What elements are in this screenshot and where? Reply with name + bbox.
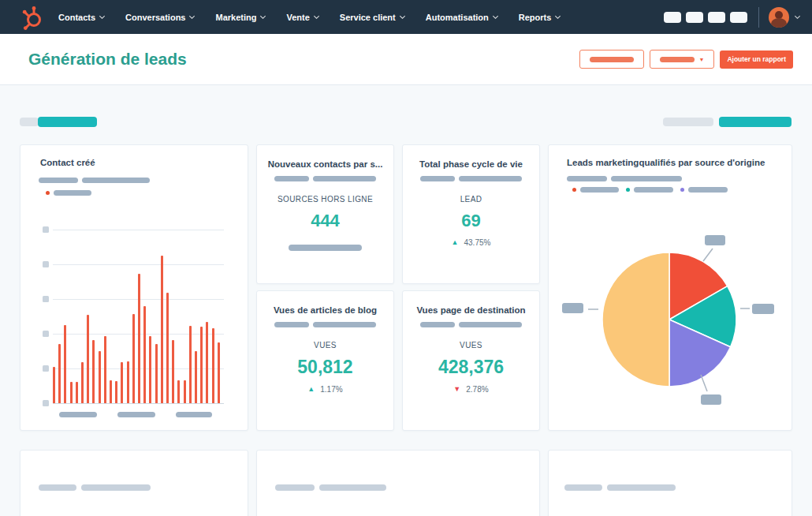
bar[interactable]: [195, 351, 197, 403]
chevron-down-icon: [555, 13, 561, 18]
report-title[interactable]: Vues page de destination: [403, 305, 539, 315]
hubspot-logo-icon[interactable]: [20, 5, 46, 30]
delta-value: 2.78%: [466, 385, 488, 394]
metric-value: 428,376: [403, 357, 539, 378]
bar[interactable]: [149, 336, 151, 403]
metric-value: 69: [403, 211, 539, 231]
bar[interactable]: [127, 361, 129, 403]
delta-row: 2.78%: [403, 385, 539, 394]
user-avatar[interactable]: [769, 7, 789, 28]
nav-item-service-client[interactable]: Service client: [340, 13, 404, 22]
bar[interactable]: [166, 293, 169, 403]
report-title[interactable]: Vues de articles de blog: [257, 305, 393, 315]
bar[interactable]: [200, 327, 203, 403]
contact-created-bar-chart-bars[interactable]: [53, 226, 220, 403]
bar[interactable]: [155, 344, 158, 403]
bar[interactable]: [110, 380, 112, 403]
chevron-down-icon: [189, 13, 195, 18]
bar[interactable]: [99, 351, 101, 403]
bar[interactable]: [206, 322, 208, 403]
subtitle-placeholder-row: [257, 322, 393, 327]
dashboard-select-placeholder[interactable]: ▼: [650, 50, 714, 69]
nav-item-reports[interactable]: Reports: [519, 13, 561, 22]
bar[interactable]: [143, 306, 146, 403]
metric-label: LEAD: [403, 195, 539, 204]
report-card-loading-1: [20, 450, 248, 516]
report-title[interactable]: Total phase cycle de vie: [403, 159, 539, 169]
bar[interactable]: [81, 362, 84, 403]
pie-label-placeholder: [701, 394, 721, 405]
report-card-mql-by-source: Leads marketingqualifiés par source d'or…: [548, 144, 792, 431]
bar[interactable]: [172, 340, 174, 403]
value-underline-placeholder: [257, 240, 393, 254]
pie-legend-dot: [626, 188, 630, 192]
pie-label-placeholder: [562, 303, 583, 313]
bar[interactable]: [70, 382, 73, 403]
chevron-down-icon: [260, 13, 266, 18]
nav-tool-placeholder-2[interactable]: [686, 12, 703, 23]
bar[interactable]: [218, 342, 220, 403]
select-placeholder-pill: [660, 57, 695, 62]
report-card-contact-created: Contact créé: [20, 144, 248, 431]
add-report-button[interactable]: Ajouter un rapport: [720, 50, 793, 69]
nav-item-vente[interactable]: Vente: [286, 13, 318, 22]
account-chevron-down-icon[interactable]: [795, 13, 800, 19]
report-title[interactable]: Nouveaux contacts par s...: [257, 159, 393, 169]
delta-row: 1.17%: [257, 385, 393, 394]
nav-item-automatisation[interactable]: Automatisation: [426, 13, 497, 22]
pie-slice-segment-4[interactable]: [602, 252, 669, 387]
bar[interactable]: [161, 256, 163, 403]
filter-chip-placeholder-left[interactable]: [20, 118, 39, 126]
filter-chip-placeholder-right[interactable]: [663, 118, 713, 126]
subtitle-placeholder: [82, 178, 150, 183]
report-card-blog-views: Vues de articles de blog VUES 50,812 1.1…: [256, 290, 394, 431]
bar[interactable]: [115, 381, 117, 403]
pie-legend: [572, 187, 728, 193]
pie-legend-label-placeholder: [688, 187, 728, 193]
title-placeholder-row: [275, 484, 386, 491]
bar[interactable]: [104, 336, 106, 403]
bar[interactable]: [132, 314, 135, 403]
filter-placeholder-pill: [590, 57, 634, 62]
bar[interactable]: [58, 344, 61, 403]
delta-down-triangle-icon: [453, 386, 460, 393]
bar[interactable]: [177, 380, 180, 403]
mql-pie-chart[interactable]: [549, 212, 793, 432]
bar[interactable]: [121, 362, 123, 403]
bar[interactable]: [184, 380, 186, 403]
chevron-down-icon: [493, 13, 498, 18]
bar[interactable]: [212, 328, 214, 403]
bar[interactable]: [189, 326, 192, 403]
metric-label: VUES: [257, 341, 393, 350]
x-axis-label-placeholder: [117, 412, 155, 417]
report-title[interactable]: Contact créé: [40, 158, 95, 167]
title-placeholder-row: [39, 484, 151, 491]
report-card-loading-2: [256, 450, 540, 516]
nav-tool-placeholder-3[interactable]: [708, 12, 725, 23]
report-title[interactable]: Leads marketingqualifiés par source d'or…: [567, 158, 765, 167]
nav-tool-placeholder-4[interactable]: [730, 12, 747, 23]
nav-divider: [758, 7, 759, 28]
filter-chip-teal-left[interactable]: [38, 117, 97, 127]
nav-item-contacts[interactable]: Contacts: [58, 13, 104, 22]
bar[interactable]: [138, 274, 140, 403]
nav-tool-placeholder-1[interactable]: [664, 12, 681, 23]
filter-chip-teal-right[interactable]: [719, 117, 792, 127]
bar[interactable]: [76, 382, 78, 403]
dashboard-filter-placeholder[interactable]: [579, 50, 644, 69]
bar[interactable]: [64, 325, 66, 403]
bar[interactable]: [92, 340, 95, 403]
x-axis-label-placeholder: [59, 412, 97, 417]
pie-legend-dot: [572, 188, 576, 192]
metric-label: SOURCES HORS LIGNE: [257, 195, 393, 204]
subtitle-placeholder: [39, 178, 78, 183]
nav-right-group: [659, 7, 799, 28]
nav-item-conversations[interactable]: Conversations: [125, 13, 194, 22]
report-card-lifecycle-total: Total phase cycle de vie LEAD 69 43.75%: [402, 144, 540, 284]
nav-item-marketing[interactable]: Marketing: [215, 13, 265, 22]
bar[interactable]: [87, 315, 89, 403]
metric-value: 444: [257, 211, 393, 231]
subtitle-placeholder-row: [257, 176, 393, 181]
subtitle-placeholder-row: [567, 176, 682, 181]
bar[interactable]: [53, 367, 55, 403]
